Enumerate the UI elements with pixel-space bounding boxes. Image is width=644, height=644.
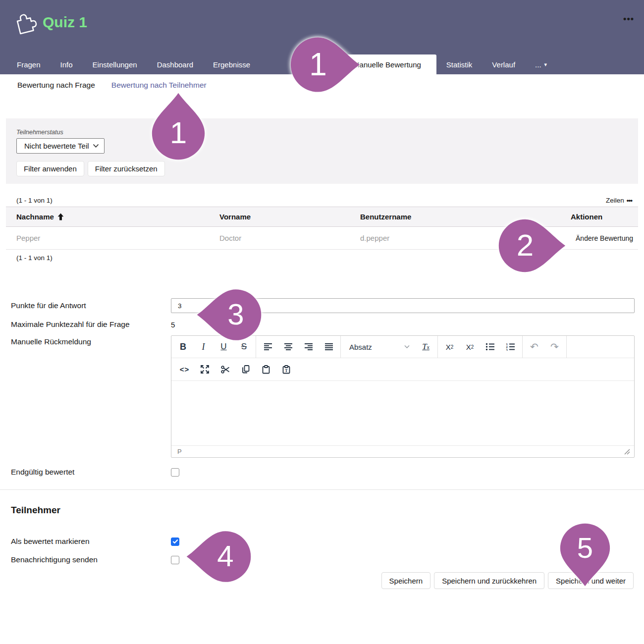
cut-icon[interactable] bbox=[215, 358, 235, 380]
grading-form: Punkte für die Antwort Maximale Punkteza… bbox=[0, 298, 644, 477]
editor-toolbar-row-2: <> T bbox=[171, 358, 634, 381]
resize-handle-icon[interactable] bbox=[624, 449, 630, 455]
paste-icon[interactable] bbox=[256, 358, 276, 380]
rows-menu[interactable]: Zeilen ••• bbox=[606, 197, 632, 204]
filter-apply-button[interactable]: Filter anwenden bbox=[16, 161, 84, 176]
notify-label: Benachrichtigung senden bbox=[11, 555, 171, 564]
column-nachname[interactable]: Nachname bbox=[16, 213, 219, 221]
undo-icon[interactable]: ↶ bbox=[524, 336, 544, 358]
save-button[interactable]: Speichern bbox=[381, 572, 431, 589]
page-title: Quiz 1 bbox=[43, 14, 87, 31]
column-aktionen: Aktionen bbox=[571, 213, 633, 221]
participants-table: Nachname Vorname Benutzername Aktionen P… bbox=[6, 207, 638, 250]
subtabs: Bewertung nach Frage Bewertung nach Teil… bbox=[0, 74, 644, 90]
notify-checkbox[interactable] bbox=[171, 556, 179, 564]
tab-overflow[interactable]: ... ▾ bbox=[525, 54, 557, 74]
select-value: Nicht bewertete Teil bbox=[24, 142, 89, 150]
final-grade-label: Endgültig bewertet bbox=[11, 468, 171, 477]
align-left-icon[interactable] bbox=[258, 336, 278, 358]
table-header-row: Nachname Vorname Benutzername Aktionen bbox=[6, 207, 638, 227]
cell-benutzername: d.pepper bbox=[360, 234, 571, 242]
editor-content-area[interactable] bbox=[171, 381, 634, 445]
save-and-return-button[interactable]: Speichern und zurückkehren bbox=[434, 572, 544, 589]
underline-icon[interactable]: U bbox=[214, 336, 234, 358]
max-points-label: Maximale Punktezahl für die Frage bbox=[11, 320, 171, 329]
puzzle-piece-icon bbox=[12, 9, 38, 38]
tab-info[interactable]: Info bbox=[51, 54, 83, 74]
rows-overflow-icon: ••• bbox=[627, 197, 632, 204]
tab-einstellungen[interactable]: Einstellungen bbox=[83, 54, 147, 74]
tab-fragen[interactable]: Fragen bbox=[7, 54, 51, 74]
italic-icon[interactable]: I bbox=[193, 336, 214, 358]
superscript-icon[interactable]: X2 bbox=[460, 336, 480, 358]
points-label: Punkte für die Antwort bbox=[11, 301, 171, 310]
subtab-bewertung-nach-teilnehmer[interactable]: Bewertung nach Teilnehmer bbox=[111, 81, 207, 90]
numbered-list-icon[interactable]: 123 bbox=[500, 336, 521, 358]
tab-verlauf[interactable]: Verlauf bbox=[482, 54, 525, 74]
copy-icon[interactable] bbox=[235, 358, 256, 380]
bullet-list-icon[interactable] bbox=[480, 336, 500, 358]
chevron-down-icon bbox=[404, 345, 410, 349]
rich-text-editor: B I U S bbox=[171, 335, 635, 458]
table-row: Pepper Doctor d.pepper Ändere Bewertung bbox=[6, 227, 638, 250]
cell-vorname: Doctor bbox=[219, 234, 360, 242]
sort-ascending-icon bbox=[57, 213, 64, 220]
filter-status-label: Teilnehmerstatus bbox=[16, 129, 638, 136]
redo-icon[interactable]: ↷ bbox=[544, 336, 565, 358]
filter-reset-button[interactable]: Filter zurücksetzen bbox=[88, 161, 165, 176]
column-vorname[interactable]: Vorname bbox=[219, 213, 360, 221]
filter-panel: Teilnehmerstatus Nicht bewertete Teil Fi… bbox=[6, 118, 638, 184]
section-divider bbox=[0, 489, 644, 490]
align-center-icon[interactable] bbox=[278, 336, 298, 358]
final-grade-checkbox[interactable] bbox=[171, 468, 179, 477]
subtab-bewertung-nach-frage[interactable]: Bewertung nach Frage bbox=[17, 81, 95, 90]
tab-dashboard[interactable]: Dashboard bbox=[147, 54, 203, 74]
check-icon bbox=[172, 539, 178, 544]
mark-graded-label: Als bewertet markieren bbox=[11, 537, 171, 546]
element-path: P bbox=[177, 448, 182, 455]
bold-icon[interactable]: B bbox=[173, 336, 193, 358]
mark-graded-checkbox[interactable] bbox=[171, 537, 179, 546]
participant-heading: Teilnehmer bbox=[11, 505, 644, 516]
paste-as-text-icon[interactable]: T bbox=[276, 358, 296, 380]
editor-status-bar: P bbox=[171, 445, 634, 457]
change-grading-action[interactable]: Ändere Bewertung bbox=[571, 234, 633, 242]
subscript-icon[interactable]: X2 bbox=[439, 336, 460, 358]
source-code-icon[interactable]: <> bbox=[174, 358, 195, 380]
main-tabbar: Fragen Info Einstellungen Dashboard Erge… bbox=[0, 54, 644, 74]
chevron-down-icon bbox=[93, 144, 99, 148]
pagination-top: (1 - 1 von 1) bbox=[16, 197, 53, 204]
participant-status-select[interactable]: Nicht bewertete Teil bbox=[16, 138, 105, 154]
manual-feedback-label: Manuelle Rückmeldung bbox=[11, 335, 171, 458]
header: Quiz 1 ••• bbox=[0, 0, 644, 54]
pagination-bottom: (1 - 1 von 1) bbox=[16, 254, 644, 262]
cell-nachname: Pepper bbox=[16, 234, 219, 242]
max-points-value: 5 bbox=[171, 321, 175, 329]
strikethrough-icon[interactable]: S bbox=[234, 336, 254, 358]
align-justify-icon[interactable] bbox=[319, 336, 339, 358]
fullscreen-icon[interactable] bbox=[195, 358, 215, 380]
clear-formatting-icon[interactable]: Tx bbox=[416, 336, 436, 358]
save-and-next-button[interactable]: Speichern und weiter bbox=[548, 572, 634, 589]
tab-statistik[interactable]: Statistik bbox=[436, 54, 483, 74]
svg-text:T: T bbox=[285, 368, 288, 373]
paragraph-format-select[interactable]: Absatz bbox=[342, 336, 416, 358]
points-input[interactable] bbox=[171, 298, 635, 313]
align-right-icon[interactable] bbox=[298, 336, 319, 358]
column-benutzername[interactable]: Benutzername bbox=[360, 213, 571, 221]
editor-toolbar-row-1: B I U S bbox=[171, 336, 634, 358]
svg-text:3: 3 bbox=[506, 349, 508, 351]
page: Quiz 1 ••• Fragen Info Einstellungen Das… bbox=[0, 0, 644, 644]
tab-ergebnisse[interactable]: Ergebnisse bbox=[203, 54, 260, 74]
header-overflow-icon[interactable]: ••• bbox=[623, 14, 634, 24]
tab-manuelle-bewertung[interactable]: Manuelle Bewertung bbox=[338, 54, 436, 74]
caret-down-icon: ▾ bbox=[544, 61, 547, 68]
save-actions: Speichern Speichern und zurückkehren Spe… bbox=[0, 572, 634, 589]
